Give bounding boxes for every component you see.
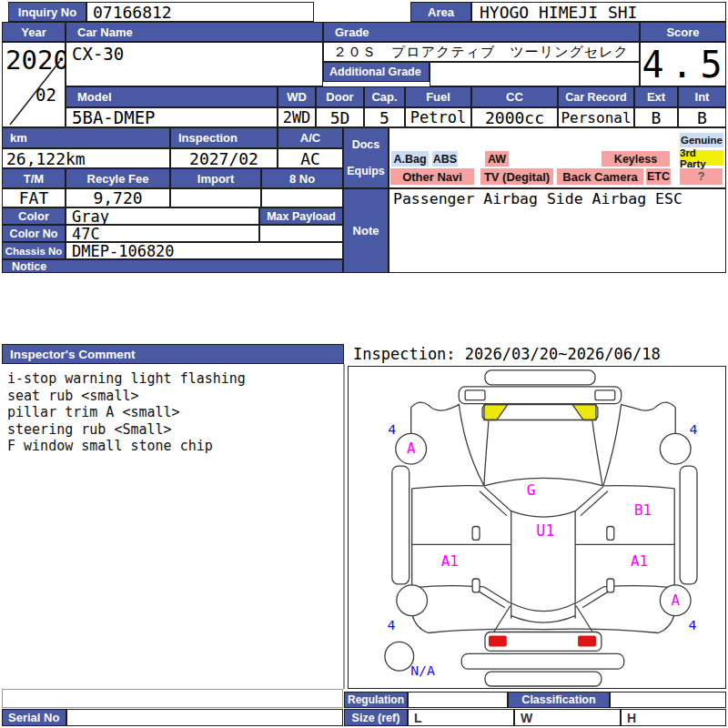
- color-no-value: 47C: [66, 225, 259, 242]
- docs-equips-header: Docs Equips: [343, 127, 389, 188]
- damage-code-labels: A A G U1 B1 A1 A1: [407, 440, 681, 609]
- area-value: HYOGO HIMEJI SHI: [471, 2, 726, 22]
- door-handle: [472, 527, 480, 541]
- comment-line: i-stop warning light flashing: [7, 370, 339, 388]
- tm-header: T/M: [2, 168, 66, 188]
- serial-no-value: [66, 709, 343, 726]
- comment-line: F window small stone chip: [7, 438, 339, 455]
- cc-header: CC: [471, 86, 558, 107]
- right-sill-strip: [680, 466, 697, 584]
- car-diagram-box: 4 4 4 4 N/A A A G U1 B1 A1 A1: [348, 366, 726, 689]
- rear-bumper: [461, 653, 623, 669]
- front-right-wheel: [660, 433, 691, 464]
- inspector-comment-body: i-stop warning light flashing seat rub <…: [7, 370, 339, 455]
- year-cell: 2020 02: [2, 42, 66, 127]
- rear-right-grade-label: 4: [689, 617, 697, 633]
- color-header: Color: [2, 207, 66, 225]
- right-quarter-code: B1: [634, 501, 652, 519]
- ext-value: B: [634, 107, 678, 127]
- equip-chip-other-navi: Other Navi: [390, 168, 474, 185]
- score-value: 4.5: [640, 42, 726, 86]
- size-ref-header: Size (ref): [344, 709, 408, 726]
- left-sill-strip: [392, 466, 410, 584]
- tail-light-left: [489, 635, 507, 646]
- color-value: Gray: [66, 207, 259, 225]
- size-width-cell: W: [514, 709, 621, 726]
- footer-empty-box: [2, 689, 343, 708]
- headlight-right: [595, 390, 615, 400]
- int-value: B: [678, 107, 726, 127]
- cap-header: Cap.: [364, 86, 405, 107]
- cap-value: 5: [364, 107, 405, 127]
- comment-line: steering rub <Small>: [7, 421, 339, 439]
- recycle-fee-header: Recyle Fee: [66, 168, 170, 188]
- inspection-header: Inspection: [170, 127, 278, 148]
- car-name-value: CX-30: [66, 42, 323, 86]
- damage-highlight-left: [484, 405, 508, 420]
- front-panel: [459, 387, 621, 404]
- model-header: Model: [66, 86, 278, 107]
- comment-line: pillar trim A <small>: [7, 404, 339, 421]
- serial-no-header: Serial No: [2, 709, 66, 726]
- size-height-cell: H: [621, 709, 726, 726]
- equip-chip-tv: TV (Degital): [480, 168, 553, 185]
- door-value: 5D: [316, 107, 364, 127]
- docs-label: Docs: [352, 138, 380, 151]
- year-month-value: 02: [35, 85, 56, 105]
- size-length-cell: L: [408, 709, 514, 726]
- import-value: [170, 188, 261, 207]
- right-door-code: A1: [631, 552, 648, 570]
- rear-left-grade-label: 4: [387, 617, 395, 633]
- note-header: Note: [343, 188, 389, 273]
- note-value: Passenger Airbag Side Airbag ESC: [389, 188, 726, 273]
- ac-value: AC: [278, 148, 343, 168]
- import-header: Import: [170, 168, 261, 188]
- spare-tire: [385, 642, 414, 671]
- section-divider: [343, 364, 345, 689]
- notice-header: Notice: [2, 259, 343, 273]
- classification-value: [610, 692, 726, 708]
- inquiry-no-label: Inquiry No: [8, 2, 86, 22]
- comment-line: seat rub <small>: [7, 388, 339, 405]
- wd-value: 2WD: [278, 107, 316, 127]
- equip-chip-etc: ETC: [646, 168, 671, 185]
- chassis-no-header: Chassis No: [2, 242, 66, 259]
- door-handle: [607, 579, 614, 592]
- km-value: 26,122km: [2, 148, 170, 168]
- additional-grade-value: [430, 62, 640, 86]
- recycle-fee-value: 9,720: [66, 188, 170, 207]
- auction-sheet: Inquiry No 07166812 Area HYOGO HIMEJI SH…: [0, 0, 728, 728]
- score-header: Score: [640, 22, 726, 42]
- front-left-wheel-code: A: [407, 440, 416, 457]
- rear-left-wheel: [397, 585, 428, 616]
- tail-light-right: [578, 635, 596, 646]
- damage-highlight-right: [572, 405, 596, 420]
- car-name-header: Car Name: [66, 22, 323, 42]
- door-header: Door: [316, 86, 364, 107]
- year-header: Year: [2, 22, 66, 42]
- ext-header: Ext: [634, 86, 678, 107]
- front-left-grade-label: 4: [388, 421, 396, 438]
- fuel-header: Fuel: [405, 86, 471, 107]
- grade-header: Grade: [323, 22, 640, 42]
- equip-chip-abag: A.Bag: [391, 151, 429, 167]
- eight-no-value: [261, 188, 343, 207]
- eight-no-header: 8 No: [261, 168, 343, 188]
- car-diagram: 4 4 4 4 N/A A A G U1 B1 A1 A1: [349, 367, 724, 687]
- color-no-header: Color No: [2, 225, 66, 242]
- equip-chip-keyless: Keyless: [602, 151, 670, 167]
- center-code: U1: [536, 521, 554, 540]
- fuel-value: Petrol: [405, 107, 471, 127]
- ac-header: A/C: [278, 127, 343, 148]
- classification-header: Classification: [508, 692, 610, 708]
- door-handle: [472, 579, 480, 592]
- door-handle: [607, 527, 614, 541]
- additional-grade-label: Additional Grade: [323, 62, 430, 82]
- spare-tire-label: N/A: [410, 662, 435, 679]
- wd-header: WD: [278, 86, 316, 107]
- equip-chip-aw: AW: [485, 151, 509, 167]
- max-payload-header: Max Payload: [259, 207, 343, 225]
- model-value: 5BA-DMEP: [66, 107, 278, 127]
- regulation-header: Regulation: [344, 692, 408, 708]
- year-slash: [3, 43, 66, 128]
